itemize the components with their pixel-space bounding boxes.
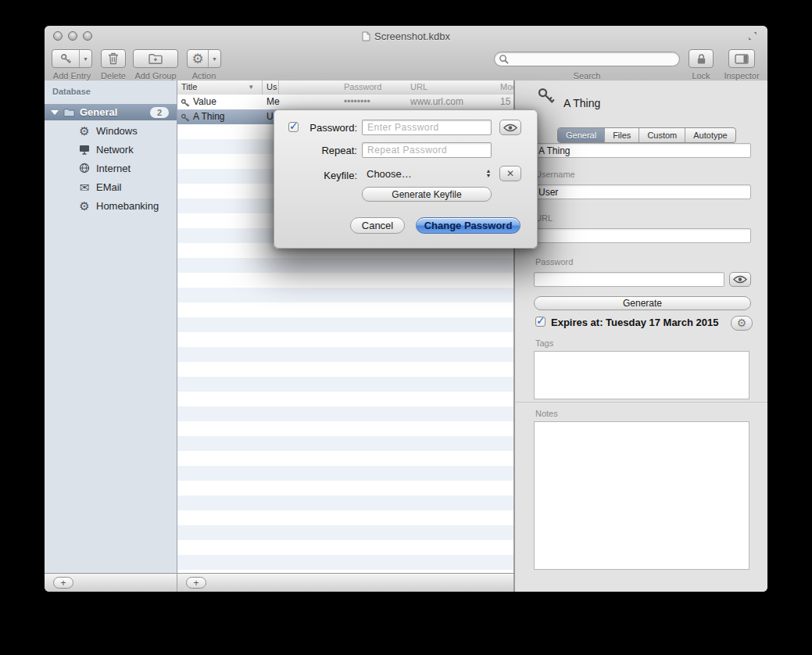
sidebar-item-network[interactable]: Network	[45, 140, 177, 159]
column-divider[interactable]	[278, 81, 279, 95]
tab-custom[interactable]: Custom	[639, 128, 685, 142]
close-x-icon: ✕	[506, 168, 514, 179]
action-button[interactable]: ⚙ ▼	[187, 49, 221, 68]
folder-plus-icon	[148, 53, 163, 64]
popup-stepper-icon[interactable]: ▲▼	[484, 167, 493, 180]
inspector-tabs: General Files Custom Autotype	[557, 127, 736, 143]
add-group-button[interactable]	[133, 49, 178, 68]
notes-field[interactable]	[534, 421, 749, 570]
disclosure-triangle-icon[interactable]	[51, 110, 59, 115]
envelope-icon: ✉	[78, 181, 91, 193]
expires-gear-button[interactable]: ⚙	[731, 316, 753, 331]
sidebar-section-header: Database	[52, 87, 91, 96]
document-proxy-icon	[362, 31, 370, 41]
app-window: Screenshot.kdbx ▼ Add Entry Delete Add G…	[45, 26, 767, 592]
toolbar-item-lock: Lock	[689, 49, 714, 68]
lock-icon	[696, 53, 706, 65]
generate-keyfile-button[interactable]: Generate Keyfile	[362, 187, 492, 202]
inspector-label: Inspector	[721, 71, 762, 81]
folder-icon	[63, 108, 75, 117]
delete-label: Delete	[101, 71, 126, 81]
change-password-sheet: Password: Repeat: Keyfile: Choose… ▲▼ ✕ …	[274, 109, 538, 249]
sidebar-item-internet[interactable]: Internet	[45, 159, 177, 177]
cancel-button[interactable]: Cancel	[350, 217, 405, 234]
url-field[interactable]	[534, 228, 751, 243]
title-field[interactable]	[534, 143, 751, 158]
add-entry-button[interactable]: ▼	[52, 49, 92, 68]
toolbar-item-add-entry: ▼ Add Entry	[52, 49, 92, 68]
toolbar-item-delete: Delete	[101, 49, 126, 68]
entry-key-icon	[537, 87, 556, 109]
column-divider[interactable]	[262, 81, 263, 95]
inspector-toggle-button[interactable]	[728, 49, 755, 68]
keyfile-popup-value: Choose…	[367, 168, 412, 180]
clear-keyfile-button[interactable]: ✕	[499, 166, 521, 181]
action-label: Action	[187, 71, 221, 81]
url-label: URL	[535, 213, 553, 223]
fullscreen-icon[interactable]	[747, 30, 758, 41]
inspector-panel: A Thing General Files Custom Autotype Us…	[514, 81, 767, 592]
add-entry-label: Add Entry	[52, 71, 92, 81]
gear-icon: ⚙	[737, 317, 747, 330]
inspector-panel-icon	[735, 54, 749, 64]
toolbar-item-add-group: Add Group	[133, 49, 178, 68]
chevron-down-icon[interactable]: ▼	[79, 50, 91, 67]
network-icon	[78, 145, 91, 155]
sheet-password-label: Password:	[301, 122, 357, 134]
generate-password-button[interactable]: Generate	[534, 296, 751, 310]
reveal-password-button[interactable]	[729, 272, 751, 287]
column-header-username[interactable]: Us	[266, 82, 277, 91]
search-input[interactable]	[494, 52, 680, 66]
sidebar: Database General 2 ⚙ Windows Network Int…	[45, 81, 177, 573]
tags-label: Tags	[535, 338, 553, 348]
sidebar-bottom-bar: +	[45, 573, 177, 592]
sheet-reveal-password-button[interactable]	[499, 120, 521, 135]
change-password-button[interactable]: Change Password	[416, 217, 520, 234]
tags-field[interactable]	[534, 351, 749, 399]
sidebar-item-windows[interactable]: ⚙ Windows	[45, 121, 177, 140]
column-header-url[interactable]: URL	[410, 82, 427, 91]
lock-label: Lock	[689, 71, 714, 81]
tab-general[interactable]: General	[558, 128, 605, 142]
sidebar-item-email[interactable]: ✉ EMail	[45, 177, 177, 196]
titlebar: Screenshot.kdbx	[45, 30, 767, 42]
add-entry-plus-button[interactable]: +	[186, 577, 206, 589]
key-icon	[52, 50, 79, 67]
lock-button[interactable]	[689, 49, 714, 68]
windows-icon: ⚙	[78, 125, 91, 137]
tab-files[interactable]: Files	[605, 128, 639, 142]
tab-autotype[interactable]: Autotype	[685, 128, 735, 142]
password-label: Password	[535, 257, 573, 267]
username-field[interactable]	[534, 184, 751, 199]
entry-row[interactable]: Value Me •••••••• www.url.com 15	[177, 95, 513, 109]
sheet-repeat-input[interactable]	[362, 142, 492, 158]
add-group-plus-button[interactable]: +	[53, 577, 73, 589]
password-enable-checkbox[interactable]	[288, 122, 299, 132]
column-header-password[interactable]: Password	[344, 82, 381, 91]
entry-list-bottom-bar: +	[177, 573, 514, 592]
sheet-password-input[interactable]	[362, 120, 492, 135]
gear-icon: ⚙	[191, 52, 203, 66]
column-header-title[interactable]: Title	[181, 82, 197, 91]
delete-button[interactable]	[101, 49, 126, 68]
entry-count-badge: 2	[150, 107, 169, 118]
expires-checkbox[interactable]	[535, 317, 546, 327]
search-label: Search	[494, 71, 680, 81]
password-field[interactable]	[534, 272, 724, 287]
section-divider	[515, 402, 767, 403]
entry-list-header: Title ▾ Us Password URL Mod	[177, 81, 513, 95]
homebanking-icon: ⚙	[78, 200, 91, 212]
toolbar-item-action: ⚙ ▼ Action	[187, 49, 221, 68]
sidebar-group-general[interactable]: General 2	[45, 104, 177, 120]
add-group-label: Add Group	[133, 71, 178, 81]
toolbar-item-inspector: Inspector	[721, 49, 762, 68]
globe-icon	[78, 163, 91, 174]
sidebar-item-homebanking[interactable]: ⚙ Homebanking	[45, 196, 177, 215]
sort-indicator-icon: ▾	[249, 83, 253, 91]
sheet-keyfile-label: Keyfile:	[301, 170, 357, 181]
key-icon	[181, 112, 190, 126]
keyfile-popup[interactable]: Choose…	[362, 166, 495, 181]
eye-icon	[503, 123, 517, 132]
chevron-down-icon[interactable]: ▼	[208, 50, 220, 67]
username-label: Username	[535, 170, 575, 179]
